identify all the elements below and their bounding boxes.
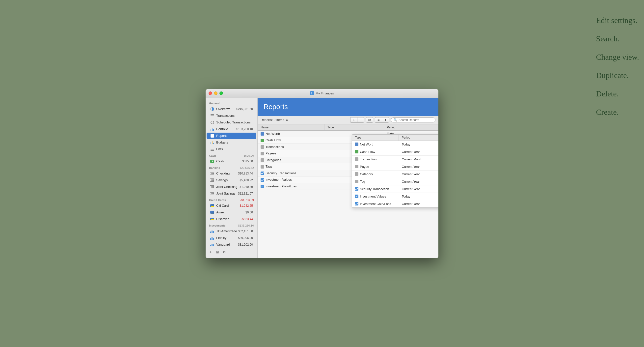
svg-rect-3 [211,136,213,136]
delete-report-button[interactable]: − [357,117,364,123]
window-title: $ My Finances [310,91,334,95]
svg-rect-32 [260,178,264,182]
dropdown-row[interactable]: Investment Gain/Loss Current Year [352,200,438,207]
sort-button[interactable] [382,117,389,123]
sidebar-item-lists[interactable]: Lists [206,146,256,152]
sidebar-item-vanguard[interactable]: Vanguard $31,202.60 [206,241,256,248]
gear-icon[interactable]: ⚙ [286,118,288,122]
bank-icon [210,178,214,182]
sidebar-item-cash[interactable]: $ Cash $525.00 [206,158,256,165]
table-cell-name: Investment Gain/Loss [258,183,324,190]
sidebar-item-joint-checking[interactable]: Joint Checking $1,010.49 [206,184,256,190]
svg-rect-5 [210,172,214,173]
sidebar-item-amount: $39,906.00 [238,236,253,240]
add-account-button[interactable]: + [208,249,214,255]
svg-rect-22 [212,193,213,194]
col-header-name[interactable]: Name [258,124,324,131]
svg-rect-19 [210,188,214,188]
search-input[interactable] [398,118,431,122]
svg-rect-12 [212,179,213,181]
close-button[interactable] [208,92,212,95]
table-cell-period: Current Year [384,157,438,163]
sidebar-item-td[interactable]: TD Ameritrade $62,151.50 [206,228,256,234]
sidebar-item-reports[interactable]: Reports [206,133,256,139]
minimize-button[interactable] [214,92,218,95]
table-row[interactable]: Investment Gain/Loss Current Year [258,183,438,190]
sidebar-item-label: Budgets [216,141,253,144]
bank-icon [210,171,214,176]
dropdown-row[interactable]: Investment Values Today [352,193,438,200]
add-report-button[interactable]: + [350,117,357,123]
table-cell-period: Current Year [384,150,438,157]
col-header-period[interactable]: Period [384,124,438,131]
titlebar: $ My Finances [206,89,438,98]
sidebar-item-portfolio[interactable]: Portfolio $133,260.10 [206,126,256,132]
sidebar-item-fidelity[interactable]: Fidelity $39,906.00 [206,235,256,241]
table-row[interactable]: Transactions Current Month [258,144,438,150]
view-button[interactable]: ⊞ [214,249,220,255]
svg-rect-24 [210,195,214,195]
table-cell-name: Categories [258,157,324,163]
col-header-type[interactable]: Type [324,124,384,131]
sidebar-item-amex[interactable]: Amex $0.00 [206,209,256,216]
cc-icon [210,210,214,215]
cc-icon [210,217,214,221]
table-cell-name: Payees [258,150,324,157]
table-cell-period: Current Month [384,144,438,150]
sidebar-item-overview[interactable]: Overview $245,351.50 [206,106,256,112]
svg-rect-18 [213,186,214,188]
table-cell-type [324,157,384,163]
sidebar-item-joint-savings[interactable]: Joint Savings $12,321.67 [206,190,256,197]
search-box[interactable]: 🔍 [391,118,436,122]
sidebar-item-amount: $62,151.50 [238,229,253,233]
table-cell-type [324,183,384,190]
duplicate-report-button[interactable]: ⧉ [366,117,373,123]
sidebar-section-general: General [206,100,257,106]
bank-icon [210,191,214,196]
sidebar-item-label: Lists [216,147,253,151]
svg-rect-2 [211,135,213,136]
annotation-delete: Delete. [596,86,639,102]
sidebar-item-label: Fidelity [216,236,238,240]
annotation-create: Create. [596,104,639,120]
sidebar-item-scheduled[interactable]: Scheduled Transactions [206,119,256,126]
svg-rect-9 [210,174,214,175]
table-cell-type [324,176,384,183]
reports-icon [210,134,214,138]
table-row[interactable]: Investment Values Today [258,176,438,183]
sidebar-item-label: Discover [216,217,241,221]
table-row[interactable]: Tags Current Year [258,163,438,170]
table-row[interactable]: Net Worth Today [258,130,438,137]
svg-rect-13 [213,179,214,181]
sidebar-bottom-toolbar: + ⊞ ↺ [206,248,257,256]
table-cell-name: Tags [258,163,324,170]
table-row[interactable]: Payees Current Year [258,150,438,157]
sidebar-section-cash: Cash $525.00 [206,153,257,158]
sidebar-item-savings[interactable]: Savings $5,430.22 [206,177,256,183]
sidebar-item-amount: $1,010.49 [240,185,253,189]
view-sort-group: ≡ [375,117,389,123]
svg-rect-29 [260,158,264,162]
annotation-edit: Edit settings. [596,13,639,28]
sidebar-item-budgets[interactable]: Budgets [206,139,256,146]
sidebar-item-label: Transactions [216,114,253,118]
table-row[interactable]: Cash Flow Current Year [258,137,438,144]
cash-icon: $ [210,159,214,164]
sidebar-section-investments: Investments $133,260.10 [206,223,257,228]
table-row[interactable]: Security Transactions Current Year [258,170,438,176]
table-row[interactable]: Categories Current Year [258,157,438,163]
table-cell-period: Today [384,176,438,183]
sidebar-item-label: Overview [216,107,236,111]
sidebar-item-amount: $5,430.22 [240,178,253,182]
maximize-button[interactable] [220,92,223,95]
refresh-button[interactable]: ↺ [222,249,228,255]
sidebar-item-transactions[interactable]: Transactions [206,113,256,119]
sidebar-item-citi[interactable]: Citi Card -$1,242.65 [206,202,256,209]
sidebar-item-discover[interactable]: Discover -$523.44 [206,216,256,222]
reports-title: Reports [264,103,432,111]
change-view-button[interactable]: ≡ [375,117,382,123]
table-cell-period: Today [384,130,438,137]
table-area: Name Type Period Net Worth Today Cash Fl… [258,124,438,258]
sidebar-item-label: Joint Checking [216,185,240,189]
sidebar-item-checking[interactable]: Checking $10,813.44 [206,170,256,177]
